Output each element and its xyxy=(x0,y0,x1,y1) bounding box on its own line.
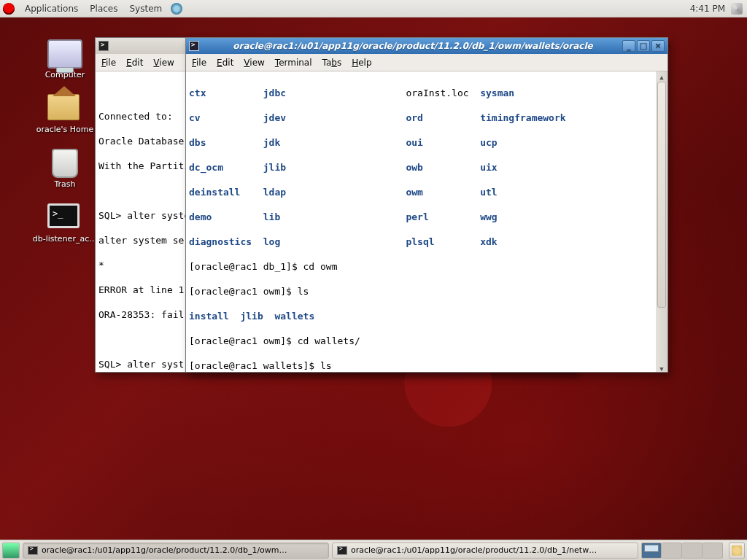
desktop-icon-computer[interactable]: Computer xyxy=(32,39,98,79)
volume-icon[interactable] xyxy=(731,3,743,15)
taskbar-entry[interactable]: oracle@rac1:/u01/app11g/oracle/product/1… xyxy=(332,542,638,559)
applications-menu[interactable]: Applications xyxy=(19,4,84,14)
menu-view[interactable]: View xyxy=(244,58,264,68)
system-tray: 4:41 PM xyxy=(690,3,744,15)
desktop-icon-label: Trash xyxy=(32,179,98,189)
terminal-icon xyxy=(337,546,347,555)
desktop-icon-home[interactable]: oracle's Home xyxy=(32,94,98,134)
scroll-down-icon[interactable]: ▼ xyxy=(657,363,666,372)
desktop-icon-label: oracle's Home xyxy=(32,125,98,134)
places-menu[interactable]: Places xyxy=(84,4,123,14)
computer-icon xyxy=(47,39,82,69)
distro-logo-icon[interactable] xyxy=(3,3,15,15)
terminal-icon xyxy=(98,41,109,51)
taskbar-label: oracle@rac1:/u01/app11g/oracle/product/1… xyxy=(351,545,597,555)
terminal-file-icon xyxy=(47,203,80,228)
taskbar-label: oracle@rac1:/u01/app11g/oracle/product/1… xyxy=(42,545,287,555)
workspace-4[interactable] xyxy=(703,542,723,559)
top-panel: Applications Places System 4:41 PM xyxy=(0,0,747,18)
home-folder-icon xyxy=(47,94,80,120)
maximize-button[interactable]: □ xyxy=(637,40,650,52)
desktop-icon-trash[interactable]: Trash xyxy=(32,149,98,189)
window-controls: _ □ × xyxy=(622,40,665,52)
menu-view[interactable]: View xyxy=(153,58,174,68)
show-desktop-button[interactable] xyxy=(2,542,20,559)
terminal-window-front[interactable]: oracle@rac1:/u01/app11g/oracle/product/1… xyxy=(185,37,668,373)
terminal-icon xyxy=(189,41,199,51)
workspace-pager[interactable] xyxy=(641,542,723,559)
workspace-2[interactable] xyxy=(662,542,682,559)
close-button[interactable]: × xyxy=(651,40,665,52)
minimize-button[interactable]: _ xyxy=(622,40,635,52)
panel-applet-icon[interactable] xyxy=(171,3,182,15)
bottom-panel: oracle@rac1:/u01/app11g/oracle/product/1… xyxy=(0,540,747,560)
menu-tabs[interactable]: Tabs xyxy=(322,58,342,68)
terminal-icon xyxy=(28,546,38,555)
menubar: File Edit View Terminal Tabs Help xyxy=(186,54,667,71)
titlebar[interactable]: oracle@rac1:/u01/app11g/oracle/product/1… xyxy=(186,38,667,54)
taskbar-entry[interactable]: oracle@rac1:/u01/app11g/oracle/product/1… xyxy=(23,542,329,559)
menu-edit[interactable]: Edit xyxy=(217,58,233,68)
menu-file[interactable]: File xyxy=(192,58,206,68)
terminal-output[interactable]: ctx jdbc oraInst.loc sysman cv jdev ord … xyxy=(186,71,667,372)
desktop-icon-label: db-listener_ac… xyxy=(28,234,102,244)
clock[interactable]: 4:41 PM xyxy=(690,4,725,14)
trash-icon xyxy=(52,149,78,178)
workspace-3[interactable] xyxy=(682,542,703,559)
desktop-icon-listener[interactable]: db-listener_ac… xyxy=(28,203,102,244)
menu-edit[interactable]: Edit xyxy=(126,58,143,68)
scrollbar[interactable]: ▲ ▼ xyxy=(656,71,667,372)
system-menu[interactable]: System xyxy=(123,4,168,14)
workspace-1[interactable] xyxy=(641,542,662,559)
menu-help[interactable]: Help xyxy=(352,58,371,68)
window-title: oracle@rac1:/u01/app11g/oracle/product/1… xyxy=(204,41,622,51)
scroll-up-icon[interactable]: ▲ xyxy=(657,71,666,80)
trash-applet-icon[interactable] xyxy=(729,542,745,559)
menu-file[interactable]: File xyxy=(101,58,116,68)
menu-terminal[interactable]: Terminal xyxy=(275,58,312,68)
scrollbar-thumb[interactable] xyxy=(657,82,666,308)
